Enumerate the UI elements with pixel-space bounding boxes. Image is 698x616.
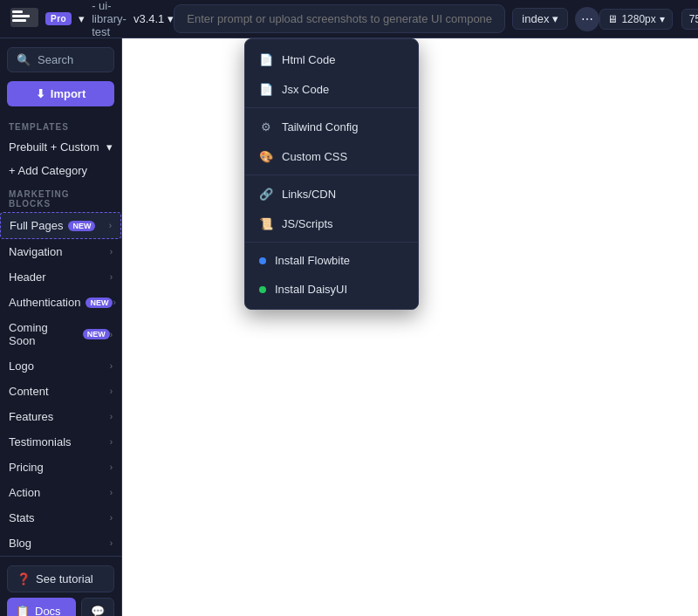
dropdown-divider-2 (245, 175, 418, 175)
new-badge: NEW (68, 221, 95, 231)
sidebar-item-full-pages[interactable]: Full Pages NEW › (0, 212, 121, 239)
chevron-right-icon: › (110, 488, 113, 497)
sidebar-item-pricing[interactable]: Pricing › (0, 455, 121, 480)
new-badge: NEW (86, 298, 113, 308)
dropdown-item-label: JS/Scripts (282, 217, 333, 230)
pro-badge: Pro (45, 12, 72, 25)
tutorial-button[interactable]: ❓ See tutorial (7, 565, 114, 592)
css-icon: 🎨 (259, 149, 273, 163)
sidebar-item-label: Logo (9, 359, 34, 373)
zoom-selector[interactable]: 75% ▾ (681, 9, 698, 30)
new-badge: NEW (83, 329, 110, 339)
sidebar-item-testimonials[interactable]: Testimonials › (0, 429, 121, 455)
sidebar-item-blog[interactable]: Blog › (0, 530, 121, 556)
import-button[interactable]: ⬇ Import (7, 81, 114, 106)
svg-rect-1 (12, 10, 23, 13)
dropdown-item-label: Links/CDN (282, 188, 336, 201)
chevron-right-icon: › (110, 538, 113, 548)
docs-button[interactable]: 📋 Docs (7, 598, 76, 616)
search-icon: 🔍 (17, 53, 31, 66)
question-icon: ❓ (17, 572, 31, 585)
chevron-down-icon: ▾ (106, 140, 113, 154)
docs-icon: 📋 (16, 605, 30, 616)
chevron-right-icon: › (110, 412, 113, 421)
dropdown-item-links-cdn[interactable]: 🔗 Links/CDN (245, 179, 418, 209)
dropdown-item-label: Tailwind Config (282, 120, 358, 133)
dropdown-item-install-daisy[interactable]: Install DaisyUI (245, 275, 418, 304)
chevron-right-icon: › (110, 361, 113, 371)
html-code-icon: 📄 (259, 52, 273, 66)
sidebar-item-label: Action (9, 486, 40, 499)
dropdown-item-tailwind-config[interactable]: ⚙ Tailwind Config (245, 112, 418, 141)
chevron-right-icon: › (113, 298, 115, 307)
sidebar-item-label: Stats (9, 511, 35, 524)
index-select[interactable]: index ▾ (512, 8, 568, 30)
chevron-right-icon: › (110, 247, 113, 257)
chevron-right-icon: › (110, 387, 113, 396)
topbar-center: index ▾ ⋯ (174, 4, 599, 33)
svg-rect-3 (12, 19, 26, 22)
dropdown-item-js-scripts[interactable]: 📜 JS/Scripts (245, 209, 418, 238)
jsx-code-icon: 📄 (259, 82, 273, 96)
sidebar-item-features[interactable]: Features › (0, 404, 121, 429)
link-icon: 🔗 (259, 187, 273, 201)
sidebar-item-label: Features (9, 410, 53, 423)
dropdown-item-label: Custom CSS (282, 150, 347, 163)
search-button[interactable]: 🔍 Search (7, 47, 114, 72)
sidebar-item-label: Navigation (9, 245, 62, 258)
sidebar-item-label: Authentication (9, 296, 80, 309)
main-layout: 🔍 Search ⬇ Import TEMPLATES Prebuilt + C… (0, 38, 698, 616)
logo (10, 8, 38, 31)
sidebar-item-stats[interactable]: Stats › (0, 505, 121, 530)
import-icon: ⬇ (36, 87, 45, 100)
sidebar-item-label: Header (9, 270, 46, 284)
js-icon: 📜 (259, 216, 273, 230)
sidebar-item-label: Content (9, 385, 49, 398)
daisy-dot-icon (259, 286, 266, 293)
sidebar-item-navigation[interactable]: Navigation › (0, 239, 121, 264)
sidebar-item-authentication[interactable]: Authentication NEW › (0, 290, 121, 315)
dropdown-item-jsx-code[interactable]: 📄 Jsx Code (245, 74, 418, 104)
sidebar-item-label: Full Pages (10, 219, 63, 232)
dropdown-item-label: Install Flowbite (275, 254, 350, 267)
user-dropdown[interactable]: ▾ (79, 12, 85, 25)
display-size-selector[interactable]: 🖥 1280px ▾ (599, 9, 672, 30)
prompt-input[interactable] (174, 4, 505, 33)
sidebar: 🔍 Search ⬇ Import TEMPLATES Prebuilt + C… (0, 38, 122, 616)
footer-row: 📋 Docs 💬 (7, 598, 114, 616)
sidebar-item-coming-soon[interactable]: Coming Soon NEW › (0, 315, 121, 353)
templates-section-label: TEMPLATES (0, 115, 121, 135)
dropdown-item-html-code[interactable]: 📄 Html Code (245, 44, 418, 74)
flowbite-dot-icon (259, 257, 266, 264)
chat-icon: 💬 (91, 605, 105, 616)
chevron-right-icon: › (110, 437, 113, 447)
dropdown-arrow: ▾ (79, 12, 85, 25)
svg-rect-2 (12, 15, 30, 17)
sidebar-item-label: Testimonials (9, 435, 72, 448)
main-content: 📄 Html Code 📄 Jsx Code ⚙ Tailwind Config… (122, 38, 698, 616)
monitor-icon: 🖥 (607, 13, 618, 25)
add-category-button[interactable]: + Add Category (0, 159, 121, 182)
templates-dropdown[interactable]: Prebuilt + Custom ▾ (0, 135, 121, 159)
dropdown-item-install-flowbite[interactable]: Install Flowbite (245, 246, 418, 275)
sidebar-item-logo[interactable]: Logo › (0, 353, 121, 379)
project-name: - ui-library-test (92, 0, 127, 38)
chevron-right-icon: › (110, 272, 113, 282)
sidebar-footer: ❓ See tutorial 📋 Docs 💬 (0, 556, 121, 616)
sidebar-item-header[interactable]: Header › (0, 264, 121, 290)
dropdown-item-label: Html Code (282, 53, 335, 66)
code-dropdown-menu: 📄 Html Code 📄 Jsx Code ⚙ Tailwind Config… (244, 38, 419, 310)
chevron-right-icon: › (110, 462, 113, 472)
marketing-section-label: MARKETING BLOCKS (0, 182, 121, 212)
tailwind-icon: ⚙ (259, 120, 273, 133)
chevron-right-icon: › (110, 330, 113, 339)
sidebar-item-action[interactable]: Action › (0, 480, 121, 505)
more-options-button[interactable]: ⋯ (575, 7, 599, 31)
sidebar-item-label: Pricing (9, 461, 44, 474)
topbar-right: 🖥 1280px ▾ 75% ▾ (599, 9, 698, 30)
chat-icon-button[interactable]: 💬 (81, 598, 114, 616)
sidebar-item-content[interactable]: Content › (0, 379, 121, 404)
dropdown-item-custom-css[interactable]: 🎨 Custom CSS (245, 141, 418, 171)
dropdown-item-label: Jsx Code (282, 83, 329, 96)
version-selector[interactable]: v3.4.1 ▾ (133, 12, 174, 25)
